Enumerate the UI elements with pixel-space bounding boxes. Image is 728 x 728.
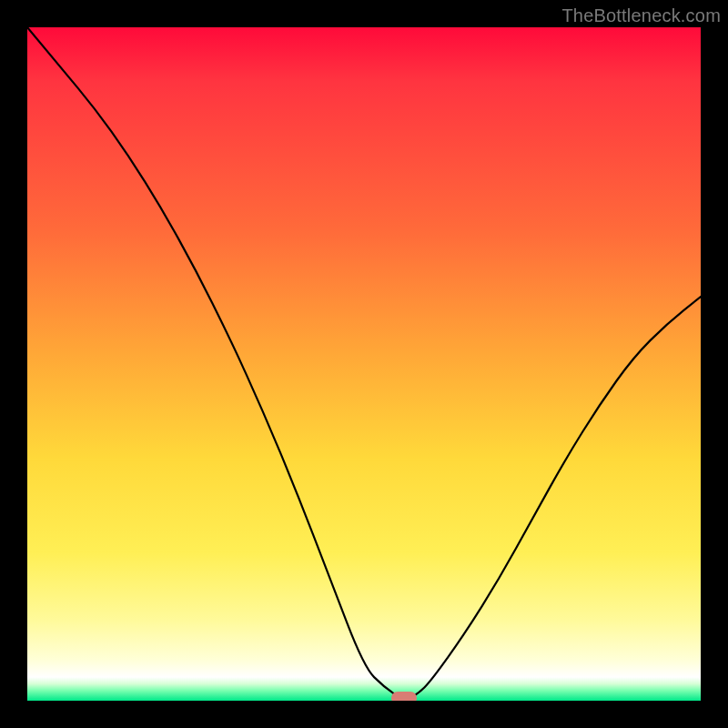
bottleneck-curve [27, 27, 701, 701]
chart-frame: TheBottleneck.com [0, 0, 728, 728]
plot-area [27, 27, 701, 701]
curve-path [27, 27, 701, 699]
optimal-marker [391, 692, 417, 701]
attribution-text: TheBottleneck.com [561, 5, 721, 26]
